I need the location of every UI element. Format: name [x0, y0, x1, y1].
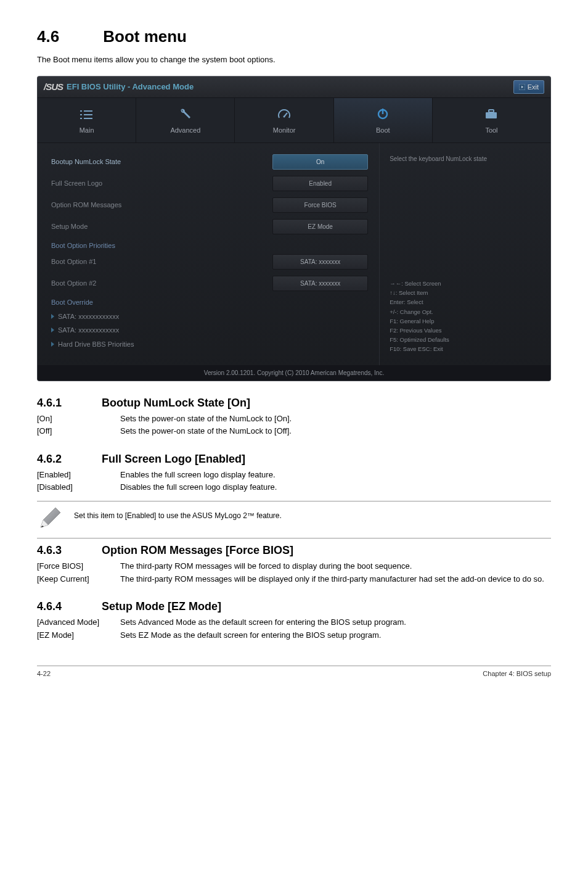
pencil-icon	[37, 505, 64, 535]
subsection-462: 4.6.2 Full Screen Logo [Enabled] [Enable…	[37, 451, 551, 539]
kv-val: Sets EZ Mode as the default screen for e…	[120, 629, 551, 642]
kv-key: [Advanced Mode]	[37, 616, 120, 629]
page-title: 4.6 Boot menu	[37, 25, 551, 49]
help-keys: →←: Select Screen ↑↓: Select Item Enter:…	[390, 279, 541, 354]
setting-logo-label: Full Screen Logo	[51, 178, 272, 189]
chevron-right-icon	[51, 314, 54, 319]
tab-monitor[interactable]: Monitor	[235, 98, 333, 142]
tab-main[interactable]: Main	[38, 98, 136, 142]
tab-boot-label: Boot	[376, 126, 390, 134]
boot-option-1[interactable]: Boot Option #1 SATA: xxxxxxx	[51, 254, 368, 270]
boot-option-1-value[interactable]: SATA: xxxxxxx	[272, 254, 368, 270]
tab-tool-label: Tool	[485, 126, 497, 134]
bios-help-pane: Select the keyboard NumLock state →←: Se…	[379, 143, 550, 365]
override-item-3[interactable]: Hard Drive BBS Priorities	[51, 339, 368, 350]
exit-button[interactable]: Exit	[513, 80, 544, 94]
kv-key: [Enabled]	[37, 469, 120, 481]
subsection-463-title: 4.6.3 Option ROM Messages [Force BIOS]	[37, 542, 551, 559]
subsection-464-label: Setup Mode [EZ Mode]	[102, 600, 221, 613]
help-key-8: F10: Save ESC: Exit	[390, 344, 541, 353]
tab-main-label: Main	[80, 126, 94, 134]
svg-rect-5	[80, 118, 82, 119]
subsection-461-label: Bootup NumLock State [On]	[102, 397, 250, 409]
bios-logo: /SUS	[44, 80, 63, 94]
override-item-2-label: SATA: xxxxxxxxxxxx	[58, 325, 119, 336]
override-item-1[interactable]: SATA: xxxxxxxxxxxx	[51, 311, 368, 322]
subsection-462-title: 4.6.2 Full Screen Logo [Enabled]	[37, 451, 551, 468]
boot-option-2-label: Boot Option #2	[51, 278, 272, 289]
kv-val: The third-party ROM messages will be for…	[120, 560, 551, 572]
setting-setup-label: Setup Mode	[51, 221, 272, 232]
tab-tool[interactable]: Tool	[433, 98, 550, 142]
subsection-461-title: 4.6.1 Bootup NumLock State [On]	[37, 395, 551, 411]
help-key-4: +/-: Change Opt.	[390, 307, 541, 316]
setting-rom-value[interactable]: Force BIOS	[272, 197, 368, 213]
kv-row: [EZ Mode]Sets EZ Mode as the default scr…	[37, 629, 551, 642]
kv-val: The third-party ROM messages will be dis…	[120, 573, 551, 585]
kv-key: [Off]	[37, 425, 120, 437]
boot-override-header: Boot Override	[51, 297, 368, 308]
subsection-461-num: 4.6.1	[37, 395, 99, 411]
bios-settings-area: Bootup NumLock State On Full Screen Logo…	[38, 143, 379, 365]
gauge-icon	[235, 107, 333, 122]
boot-option-1-label: Boot Option #1	[51, 257, 272, 267]
svg-rect-12	[489, 110, 494, 112]
svg-rect-3	[80, 114, 82, 115]
kv-row: [Force BIOS]The third-party ROM messages…	[37, 560, 551, 572]
bios-title-text: EFI BIOS Utility - Advanced Mode	[67, 81, 194, 93]
setting-numlock-value[interactable]: On	[272, 154, 368, 170]
kv-row: [On]Sets the power-on state of the NumLo…	[37, 413, 551, 425]
kv-row: [Disabled]Disables the full screen logo …	[37, 481, 551, 493]
help-key-7: F5: Optimized Defaults	[390, 335, 541, 344]
section-number: 4.6	[37, 25, 99, 49]
chevron-right-icon	[51, 328, 54, 332]
help-key-5: F1: General Help	[390, 316, 541, 326]
bios-window: /SUS EFI BIOS Utility - Advanced Mode Ex…	[37, 76, 551, 381]
kv-row: [Keep Current]The third-party ROM messag…	[37, 573, 551, 585]
kv-key: [EZ Mode]	[37, 629, 120, 642]
chapter-label: Chapter 4: BIOS setup	[483, 669, 551, 679]
kv-key: [Force BIOS]	[37, 560, 120, 572]
boot-option-2-value[interactable]: SATA: xxxxxxx	[272, 276, 368, 291]
tab-boot[interactable]: Boot	[334, 98, 433, 142]
setting-setup[interactable]: Setup Mode EZ Mode	[51, 219, 368, 234]
subsection-464-num: 4.6.4	[37, 598, 99, 615]
chevron-right-icon	[51, 342, 54, 347]
subsection-462-num: 4.6.2	[37, 451, 99, 468]
bios-footer: Version 2.00.1201. Copyright (C) 2010 Am…	[38, 365, 550, 381]
setting-rom[interactable]: Option ROM Messages Force BIOS	[51, 197, 368, 213]
svg-rect-4	[84, 114, 92, 115]
kv-row: [Advanced Mode]Sets Advanced Mode as the…	[37, 616, 551, 629]
wrench-icon	[136, 107, 234, 122]
subsection-462-label: Full Screen Logo [Enabled]	[102, 453, 245, 465]
kv-key: [Disabled]	[37, 481, 120, 493]
page-footer: 4-22 Chapter 4: BIOS setup	[37, 666, 551, 679]
setting-logo[interactable]: Full Screen Logo Enabled	[51, 176, 368, 191]
help-key-2: ↑↓: Select Item	[390, 288, 541, 297]
kv-val: Disables the full screen logo display fe…	[120, 481, 277, 493]
boot-priorities-header: Boot Option Priorities	[51, 241, 368, 251]
setting-numlock[interactable]: Bootup NumLock State On	[51, 154, 368, 170]
bios-title-left: /SUS EFI BIOS Utility - Advanced Mode	[44, 80, 194, 94]
help-title: Select the keyboard NumLock state	[390, 154, 541, 163]
setting-setup-value[interactable]: EZ Mode	[272, 219, 368, 234]
tab-advanced[interactable]: Advanced	[136, 98, 235, 142]
subsection-463-num: 4.6.3	[37, 542, 99, 559]
svg-point-8	[284, 116, 285, 118]
tabbar: Main Advanced Monitor Boot Tool	[38, 98, 550, 143]
subsection-464-title: 4.6.4 Setup Mode [EZ Mode]	[37, 598, 551, 615]
kv-key: [Keep Current]	[37, 573, 120, 585]
help-key-6: F2: Previous Values	[390, 326, 541, 335]
help-key-3: Enter: Select	[390, 297, 541, 307]
kv-row: [Off]Sets the power-on state of the NumL…	[37, 425, 551, 437]
page-number: 4-22	[37, 669, 51, 679]
intro-text: The Boot menu items allow you to change …	[37, 54, 551, 66]
setting-logo-value[interactable]: Enabled	[272, 176, 368, 191]
svg-rect-11	[486, 112, 497, 118]
kv-val: Sets Advanced Mode as the default screen…	[120, 616, 551, 629]
override-item-1-label: SATA: xxxxxxxxxxxx	[58, 311, 119, 322]
kv-key: [On]	[37, 413, 120, 425]
override-item-2[interactable]: SATA: xxxxxxxxxxxx	[51, 325, 368, 336]
power-icon	[334, 107, 432, 122]
boot-option-2[interactable]: Boot Option #2 SATA: xxxxxxx	[51, 276, 368, 291]
